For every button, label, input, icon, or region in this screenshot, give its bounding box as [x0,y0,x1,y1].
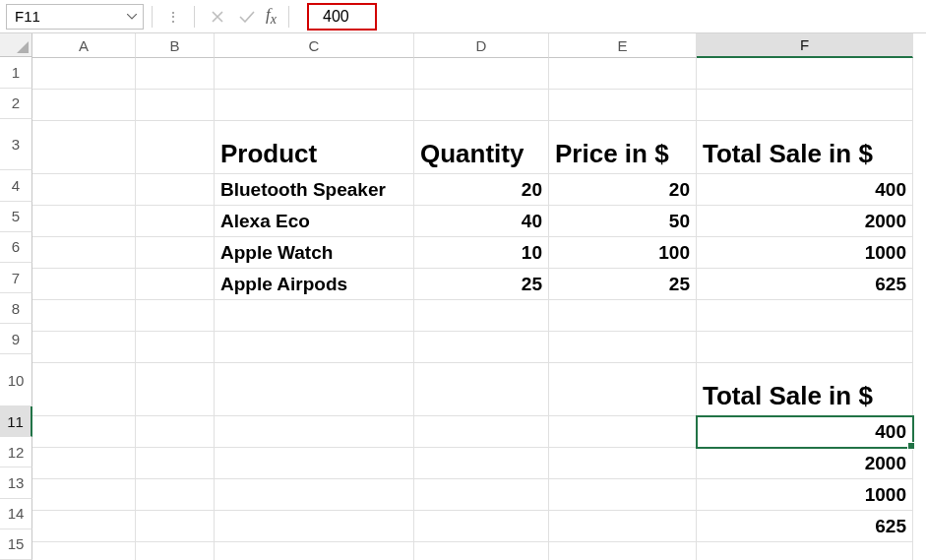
cell-qty[interactable]: 25 [414,269,549,300]
cell[interactable] [32,479,136,511]
cell[interactable] [215,479,414,511]
cell[interactable] [215,542,414,560]
row-header[interactable]: 15 [0,529,32,560]
cell[interactable] [32,174,136,206]
row-header[interactable]: 5 [0,202,32,232]
cell-product[interactable]: Alexa Eco [215,206,414,237]
header-total[interactable]: Total Sale in $ [697,121,913,174]
cell[interactable] [549,332,697,363]
cell[interactable] [215,332,414,363]
cell[interactable] [215,416,414,448]
cell[interactable] [414,58,549,90]
header-quantity[interactable]: Quantity [414,121,549,174]
cell-product[interactable]: Apple Watch [215,237,414,269]
name-box[interactable]: F11 [6,4,144,30]
cell-price[interactable]: 20 [549,174,697,206]
cell[interactable] [136,206,215,237]
cell[interactable] [414,90,549,121]
cell[interactable] [414,300,549,332]
cell[interactable] [32,416,136,448]
cell[interactable] [32,332,136,363]
cell[interactable] [549,416,697,448]
cell-qty[interactable]: 20 [414,174,549,206]
cell[interactable] [32,121,136,174]
cell-total[interactable]: 2000 [697,448,913,479]
cell[interactable] [549,90,697,121]
fx-icon[interactable]: fx [262,5,280,28]
cell[interactable] [697,300,913,332]
cell-product[interactable]: Apple Airpods [215,269,414,300]
cell[interactable] [32,542,136,560]
cell[interactable] [32,237,136,269]
cell[interactable] [136,300,215,332]
cell[interactable] [32,206,136,237]
cell[interactable] [414,332,549,363]
cell[interactable] [697,332,913,363]
cell-qty[interactable]: 40 [414,206,549,237]
cell-product[interactable]: Bluetooth Speaker [215,174,414,206]
row-header[interactable]: 7 [0,263,32,293]
cell-price[interactable]: 50 [549,206,697,237]
cell[interactable] [136,332,215,363]
cell-total[interactable]: 400 [697,174,913,206]
select-all-corner[interactable] [0,33,32,57]
cell[interactable] [697,90,913,121]
cell[interactable] [215,448,414,479]
header-price[interactable]: Price in $ [549,121,697,174]
row-header[interactable]: 12 [0,437,32,467]
formula-input[interactable]: 400 [297,4,926,30]
cell[interactable] [549,479,697,511]
cell[interactable] [32,511,136,542]
row-header[interactable]: 14 [0,499,32,529]
row-header[interactable]: 9 [0,324,32,354]
cell[interactable] [32,90,136,121]
header-product[interactable]: Product [215,121,414,174]
cell[interactable] [697,58,913,90]
cancel-icon[interactable] [203,4,232,30]
cell[interactable] [215,90,414,121]
enter-icon[interactable] [232,4,262,30]
cell-price[interactable]: 100 [549,237,697,269]
cell[interactable] [136,174,215,206]
row-header[interactable]: 3 [0,119,32,171]
row-header[interactable]: 6 [0,232,32,263]
cell-qty[interactable]: 10 [414,237,549,269]
row-header[interactable]: 13 [0,467,32,498]
col-header[interactable]: F [697,33,913,58]
cell[interactable] [136,416,215,448]
header-total-2[interactable]: Total Sale in $ [697,363,913,416]
cell[interactable] [549,363,697,416]
col-header[interactable]: B [136,33,215,58]
cell[interactable] [136,479,215,511]
cell[interactable] [136,237,215,269]
cell[interactable] [32,269,136,300]
drag-handle-icon[interactable]: ⋮ [160,9,186,25]
cell[interactable] [136,90,215,121]
col-header[interactable]: C [215,33,414,58]
cell[interactable] [136,58,215,90]
cell[interactable] [136,511,215,542]
cell-total[interactable]: 1000 [697,237,913,269]
cell[interactable] [32,363,136,416]
cell-total[interactable]: 1000 [697,479,913,511]
col-header[interactable]: A [32,33,136,58]
chevron-down-icon[interactable] [127,14,137,20]
cell[interactable] [549,300,697,332]
cell[interactable] [549,511,697,542]
cell[interactable] [414,448,549,479]
cell[interactable] [414,363,549,416]
cell[interactable] [414,416,549,448]
cell-total[interactable]: 625 [697,269,913,300]
cell[interactable] [215,363,414,416]
cell[interactable] [215,300,414,332]
cell[interactable] [136,269,215,300]
cell[interactable] [549,542,697,560]
cell[interactable] [414,479,549,511]
cell[interactable] [32,448,136,479]
row-header[interactable]: 2 [0,89,32,119]
cell[interactable] [697,542,913,560]
cell-total[interactable]: 625 [697,511,913,542]
cell-total[interactable]: 2000 [697,206,913,237]
cell[interactable] [215,511,414,542]
cell[interactable] [32,300,136,332]
